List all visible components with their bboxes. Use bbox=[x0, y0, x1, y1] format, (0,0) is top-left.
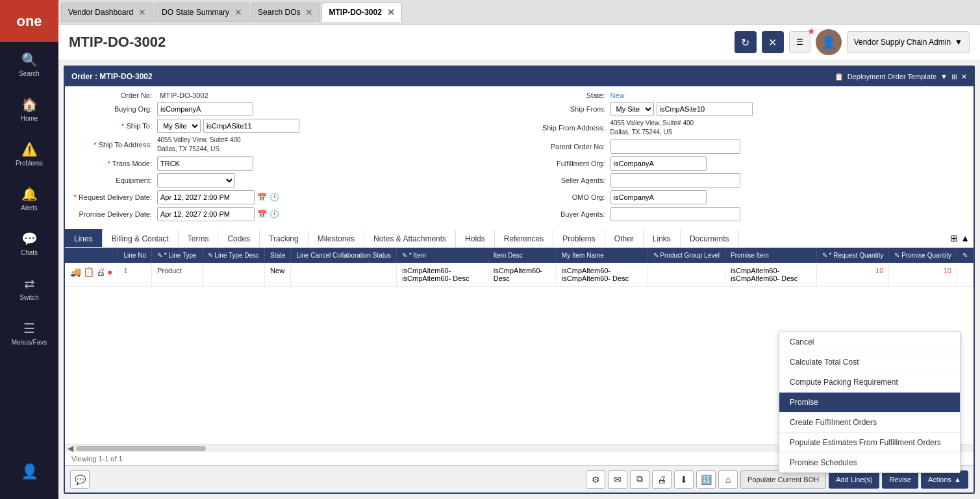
request-delivery-input[interactable] bbox=[157, 190, 255, 204]
col-header-more[interactable]: ✎ bbox=[957, 248, 973, 263]
tab-codes[interactable]: Codes bbox=[218, 229, 260, 247]
ship-to-site-select[interactable]: My Site bbox=[157, 119, 201, 133]
fulfillment-org-input[interactable] bbox=[610, 156, 707, 171]
omo-org-input[interactable] bbox=[610, 190, 707, 204]
sidebar-item-search[interactable]: 🔍 Search bbox=[3, 43, 55, 86]
line-no-link[interactable]: 1 bbox=[123, 267, 127, 274]
menu-item-cancel[interactable]: Cancel bbox=[779, 332, 960, 352]
col-header-state[interactable]: State bbox=[265, 248, 291, 263]
chat-icon: 💬 bbox=[21, 231, 38, 247]
col-header-request-qty[interactable]: ✎ * Request Quantity bbox=[816, 248, 889, 263]
col-header-line-no[interactable]: Line No bbox=[118, 248, 151, 263]
refresh-button[interactable]: ↻ bbox=[735, 31, 757, 53]
email-icon-button[interactable]: ✉ bbox=[608, 470, 627, 489]
user-role-dropdown[interactable]: Vendor Supply Chain Admin ▼ bbox=[847, 31, 970, 53]
tab-documents[interactable]: Documents bbox=[681, 229, 739, 247]
clock-icon-promise[interactable]: 🕐 bbox=[270, 210, 279, 219]
table-icon[interactable]: ⊞ bbox=[951, 73, 957, 81]
cell-promise-qty: 10 bbox=[889, 263, 957, 287]
parent-order-input[interactable] bbox=[610, 140, 740, 154]
tab-references[interactable]: References bbox=[495, 229, 553, 247]
col-header-promise-item[interactable]: Promise Item bbox=[725, 248, 817, 263]
tab-notes-attachments[interactable]: Notes & Attachments bbox=[364, 229, 456, 247]
menu-item-populate-estimates[interactable]: Populate Estimates From Fulfillment Orde… bbox=[779, 433, 960, 453]
equipment-select[interactable] bbox=[157, 173, 235, 188]
promise-delivery-label: Promise Delivery Date: bbox=[73, 210, 157, 218]
menu-item-compute-packing[interactable]: Compute Packing Requirement bbox=[779, 372, 960, 393]
seller-agents-input[interactable] bbox=[610, 173, 740, 188]
col-header-product-group[interactable]: ✎ Product Group Level bbox=[647, 248, 725, 263]
sidebar-item-problems[interactable]: ⚠️ Problems bbox=[3, 133, 55, 175]
edit-icon: ✎ bbox=[157, 252, 162, 259]
tab-terms[interactable]: Terms bbox=[179, 229, 219, 247]
ship-from-address: 4055 Valley View, Suite# 400 Dallas, TX … bbox=[610, 119, 694, 137]
tab-tracking[interactable]: Tracking bbox=[260, 229, 308, 247]
equipment-label: Equipment: bbox=[73, 176, 157, 184]
menu-item-promise-schedules[interactable]: Promise Schedules bbox=[779, 453, 960, 472]
tab-problems[interactable]: Problems bbox=[553, 229, 605, 247]
col-header-item[interactable]: ✎ * Item bbox=[397, 248, 488, 263]
close-button[interactable]: ✕ bbox=[762, 31, 784, 53]
menu-item-create-fulfillment[interactable]: Create Fulfillment Orders bbox=[779, 413, 960, 433]
calculator-icon-button[interactable]: 🔢 bbox=[696, 470, 716, 489]
menu-item-calculate-total-cost[interactable]: Calculate Total Cost bbox=[779, 352, 960, 372]
col-header-line-type[interactable]: ✎ * Line Type bbox=[151, 248, 202, 263]
sidebar-item-chats[interactable]: 💬 Chats bbox=[3, 223, 55, 265]
home-icon-button[interactable]: ⌂ bbox=[718, 470, 738, 489]
sidebar-item-switch[interactable]: ⇄ Switch bbox=[3, 267, 55, 310]
tab-actions-area: ⊞ ▲ bbox=[946, 229, 974, 247]
edit-icon-2: ✎ bbox=[208, 252, 213, 259]
tab-billing-contact[interactable]: Billing & Contact bbox=[103, 229, 179, 247]
buyer-agents-input[interactable] bbox=[610, 207, 740, 221]
table-row: 🚚 📋 🖨 ● 1 Product bbox=[65, 263, 974, 287]
ship-from-site-select[interactable]: My Site bbox=[610, 102, 654, 116]
col-header-line-type-desc[interactable]: ✎ Line Type Desc bbox=[202, 248, 265, 263]
col-header-item-desc[interactable]: Item Desc bbox=[488, 248, 556, 263]
settings-icon-button[interactable]: ⚙ bbox=[586, 470, 605, 489]
col-header-promise-qty[interactable]: ✎ Promise Quantity bbox=[889, 248, 957, 263]
page-title: MTIP-DO-3002 bbox=[69, 34, 735, 51]
tab-mtip-do-3002[interactable]: MTIP-DO-3002 ✕ bbox=[321, 3, 401, 22]
tab-links[interactable]: Links bbox=[644, 229, 681, 247]
print-icon-button[interactable]: 🖨 bbox=[652, 470, 672, 489]
hamburger-icon: ☰ bbox=[796, 38, 803, 47]
tab-vendor-dashboard[interactable]: Vendor Dashboard ✕ bbox=[61, 3, 153, 22]
sidebar-item-menus[interactable]: ☰ Menus/Favs bbox=[3, 312, 55, 354]
copy-icon-button[interactable]: ⧉ bbox=[630, 470, 649, 489]
buying-org-input[interactable] bbox=[157, 102, 253, 116]
sidebar-item-alerts[interactable]: 🔔 Alerts bbox=[3, 178, 55, 220]
seller-agents-label: Seller Agents: bbox=[526, 176, 610, 184]
close-mtip-do-3002[interactable]: ✕ bbox=[387, 7, 395, 18]
calendar-icon-promise[interactable]: 📅 bbox=[257, 210, 267, 219]
menu-item-promise[interactable]: Promise bbox=[779, 393, 960, 413]
expand-icon[interactable]: ⊞ bbox=[950, 233, 958, 243]
ship-to-code-input[interactable] bbox=[203, 119, 299, 133]
close-vendor-dashboard[interactable]: ✕ bbox=[138, 7, 146, 18]
template-chevron-icon[interactable]: ▼ bbox=[940, 73, 948, 80]
panel-close-icon[interactable]: ✕ bbox=[961, 73, 967, 81]
export-icon-button[interactable]: ⬇ bbox=[674, 470, 694, 489]
calendar-icon-request[interactable]: 📅 bbox=[257, 193, 267, 202]
col-header-cancel-status[interactable]: Line Cancel Collaboration Status bbox=[291, 248, 397, 263]
tab-milestones[interactable]: Milestones bbox=[308, 229, 364, 247]
tab-lines[interactable]: Lines bbox=[65, 229, 103, 247]
trans-mode-input[interactable] bbox=[157, 156, 253, 171]
sidebar-item-home[interactable]: 🏠 Home bbox=[3, 88, 55, 130]
print-icon: 🖨 bbox=[96, 267, 105, 277]
tab-do-state-summary[interactable]: DO State Summary ✕ bbox=[155, 3, 249, 22]
collapse-icon[interactable]: ▲ bbox=[961, 233, 970, 243]
tab-search-dos[interactable]: Search DOs ✕ bbox=[251, 3, 320, 22]
ship-from-code-input[interactable] bbox=[657, 102, 753, 116]
hamburger-menu-button[interactable]: ☰ bbox=[789, 31, 810, 53]
promise-delivery-input[interactable] bbox=[157, 207, 255, 221]
tab-other[interactable]: Other bbox=[605, 229, 644, 247]
scroll-thumb[interactable] bbox=[76, 446, 206, 451]
close-search-dos[interactable]: ✕ bbox=[305, 7, 313, 18]
col-header-my-item-name[interactable]: My Item Name bbox=[556, 248, 647, 263]
close-do-state-summary[interactable]: ✕ bbox=[234, 7, 242, 18]
sidebar: one 🔍 Search 🏠 Home ⚠️ Problems 🔔 Alerts… bbox=[0, 0, 58, 499]
sidebar-user[interactable]: 👤 bbox=[3, 450, 55, 493]
clock-icon-request[interactable]: 🕐 bbox=[270, 193, 279, 202]
tab-holds[interactable]: Holds bbox=[456, 229, 495, 247]
chat-button[interactable]: 💬 bbox=[70, 470, 90, 489]
